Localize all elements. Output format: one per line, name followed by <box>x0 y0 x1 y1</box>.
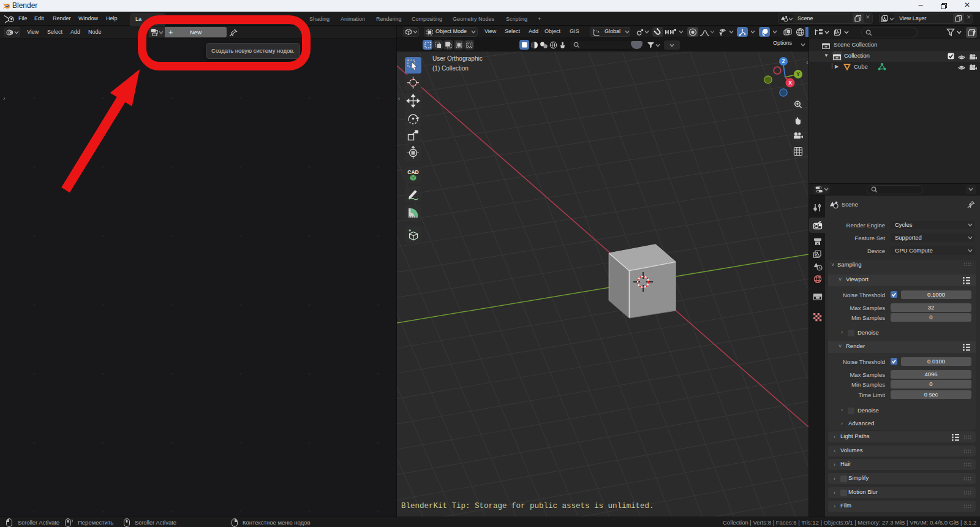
svg-text:Y: Y <box>796 71 800 77</box>
svg-text:‹: ‹ <box>806 58 809 66</box>
svg-text:Z: Z <box>782 58 785 64</box>
svg-text:CAD: CAD <box>407 169 418 175</box>
svg-text:‹: ‹ <box>398 94 401 102</box>
svg-text:X: X <box>788 80 792 86</box>
